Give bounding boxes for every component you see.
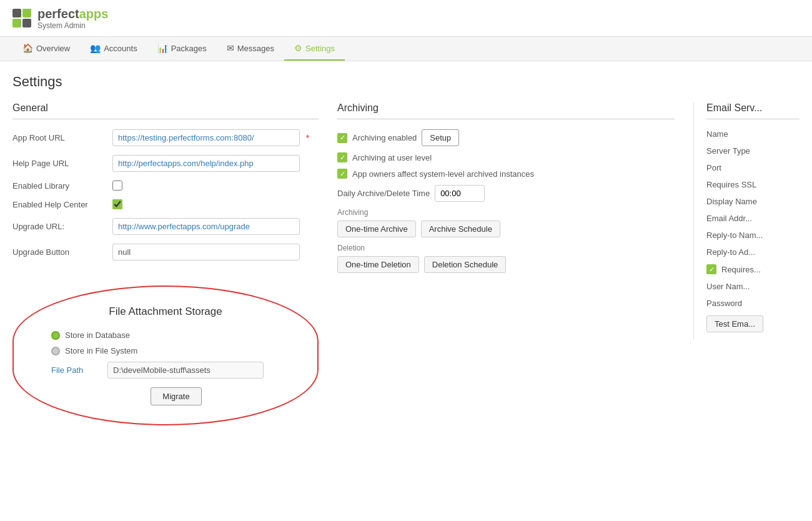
file-path-input[interactable] bbox=[107, 362, 264, 379]
email-row-requires: ✓ Requires... bbox=[706, 264, 800, 274]
store-db-label: Store in Database bbox=[65, 330, 130, 340]
page-content: Settings General App Root URL * Help Pag… bbox=[0, 61, 812, 438]
radio-store-fs[interactable] bbox=[51, 347, 60, 355]
nav-settings[interactable]: ⚙ Settings bbox=[284, 37, 345, 61]
logo-sq3 bbox=[12, 19, 21, 27]
email-field-display-name: Display Name bbox=[706, 197, 757, 206]
one-time-deletion-button[interactable]: One-time Deletion bbox=[337, 256, 419, 273]
form-row-help-url: Help Page URL bbox=[12, 155, 319, 172]
nav-overview[interactable]: 🏠 Overview bbox=[12, 37, 80, 61]
checkbox-enabled-library[interactable] bbox=[112, 181, 122, 191]
migrate-row: Migrate bbox=[51, 387, 301, 405]
form-row-upgrade-url: Upgrade URL: bbox=[12, 218, 319, 235]
email-field-server-type: Server Type bbox=[706, 146, 750, 156]
input-upgrade-url[interactable] bbox=[112, 218, 300, 235]
email-field-port: Port bbox=[706, 163, 721, 172]
file-storage-title: File Attachment Storage bbox=[51, 305, 280, 318]
daily-time-input[interactable] bbox=[435, 185, 485, 202]
daily-time-label: Daily Archive/Delete Time bbox=[337, 189, 430, 198]
file-storage-wrapper: File Attachment Storage Store in Databas… bbox=[12, 285, 319, 425]
label-upgrade-url: Upgrade URL: bbox=[12, 222, 106, 231]
email-field-email-addr: Email Addr... bbox=[706, 214, 752, 223]
label-help-url: Help Page URL bbox=[12, 159, 106, 168]
email-field-ssl: Requires SSL bbox=[706, 180, 756, 189]
nav-bar: 🏠 Overview 👥 Accounts 📊 Packages ✉ Messa… bbox=[0, 37, 812, 61]
settings-columns: General App Root URL * Help Page URL Ena… bbox=[12, 102, 800, 425]
radio-store-db[interactable] bbox=[51, 331, 60, 340]
logo-icon bbox=[12, 9, 31, 27]
nav-packages-label: Packages bbox=[171, 44, 207, 53]
email-row-password: Password bbox=[706, 299, 800, 308]
deletion-schedule-button[interactable]: Deletion Schedule bbox=[424, 256, 507, 273]
nav-settings-label: Settings bbox=[305, 44, 335, 53]
brand-perfect: perfect bbox=[37, 7, 79, 21]
migrate-button[interactable]: Migrate bbox=[151, 387, 201, 405]
packages-icon: 📊 bbox=[157, 43, 168, 53]
nav-accounts-label: Accounts bbox=[104, 44, 137, 53]
test-email-button[interactable]: Test Ema... bbox=[706, 315, 763, 332]
required-star: * bbox=[306, 133, 309, 142]
storage-row-fs: Store in File System bbox=[51, 346, 301, 355]
arch-row-enabled: ✓ Archiving enabled Setup bbox=[337, 129, 675, 146]
input-help-url[interactable] bbox=[112, 155, 300, 172]
brand-apps: apps bbox=[79, 7, 109, 21]
input-app-root-url[interactable] bbox=[112, 129, 300, 146]
archiving-app-owners-label: App owners affect system-level archived … bbox=[352, 169, 534, 179]
email-header: Email Serv... bbox=[706, 102, 800, 119]
logo-text: perfectapps System Admin bbox=[37, 6, 108, 30]
nav-messages-label: Messages bbox=[237, 44, 274, 53]
email-field-reply-addr: Reply-to Ad... bbox=[706, 247, 755, 257]
archiving-sublabel: Archiving bbox=[337, 208, 675, 217]
top-bar: perfectapps System Admin bbox=[0, 0, 812, 37]
email-row-server-type: Server Type bbox=[706, 146, 800, 156]
deletion-btn-group: One-time Deletion Deletion Schedule bbox=[337, 256, 675, 273]
email-row-reply-name: Reply-to Nam... bbox=[706, 231, 800, 240]
email-field-reply-name: Reply-to Nam... bbox=[706, 231, 763, 240]
arch-row-app-owners: ✓ App owners affect system-level archive… bbox=[337, 169, 675, 179]
email-field-name: Name bbox=[706, 129, 728, 139]
logo-sq2 bbox=[22, 9, 31, 17]
check-requires: ✓ bbox=[706, 264, 716, 274]
form-row-app-root-url: App Root URL * bbox=[12, 129, 319, 146]
email-row-name: Name bbox=[706, 129, 800, 139]
archiving-section: Archiving ✓ Archiving enabled Setup ✓ Ar… bbox=[337, 102, 693, 279]
general-section: General App Root URL * Help Page URL Ena… bbox=[12, 102, 337, 425]
check-user-level: ✓ bbox=[337, 152, 347, 162]
archive-schedule-button[interactable]: Archive Schedule bbox=[421, 221, 500, 237]
file-path-label: File Path bbox=[51, 365, 101, 375]
check-archiving-enabled: ✓ bbox=[337, 133, 347, 143]
deletion-sublabel: Deletion bbox=[337, 244, 675, 252]
email-row-port: Port bbox=[706, 163, 800, 172]
messages-icon: ✉ bbox=[227, 43, 234, 53]
store-fs-label: Store in File System bbox=[65, 346, 137, 355]
archive-btn-group: One-time Archive Archive Schedule bbox=[337, 221, 675, 237]
input-upgrade-btn[interactable] bbox=[112, 244, 300, 260]
form-row-enabled-help: Enabled Help Center bbox=[12, 199, 319, 209]
arch-row-daily-time: Daily Archive/Delete Time bbox=[337, 185, 675, 202]
page-title: Settings bbox=[12, 74, 800, 90]
storage-row-db: Store in Database bbox=[51, 330, 301, 340]
email-field-username: User Nam... bbox=[706, 282, 750, 291]
nav-messages[interactable]: ✉ Messages bbox=[217, 37, 284, 61]
home-icon: 🏠 bbox=[22, 43, 33, 53]
label-enabled-library: Enabled Library bbox=[12, 181, 106, 191]
setup-button[interactable]: Setup bbox=[422, 129, 459, 146]
nav-overview-label: Overview bbox=[36, 44, 70, 53]
logo-sq4 bbox=[22, 19, 31, 27]
archiving-header: Archiving bbox=[337, 102, 675, 119]
nav-packages[interactable]: 📊 Packages bbox=[147, 37, 217, 61]
nav-accounts[interactable]: 👥 Accounts bbox=[80, 37, 147, 61]
archiving-enabled-label: Archiving enabled bbox=[352, 133, 417, 142]
file-path-row: File Path bbox=[51, 362, 301, 379]
accounts-icon: 👥 bbox=[90, 43, 101, 53]
form-row-upgrade-btn: Upgrade Button bbox=[12, 244, 319, 260]
checkbox-enabled-help[interactable] bbox=[112, 199, 122, 209]
logo-area: perfectapps System Admin bbox=[12, 6, 108, 30]
logo-sq1 bbox=[12, 9, 21, 17]
email-field-requires: Requires... bbox=[721, 265, 761, 274]
email-section: Email Serv... Name Server Type Port Requ… bbox=[693, 102, 800, 340]
form-row-enabled-library: Enabled Library bbox=[12, 181, 319, 191]
settings-icon: ⚙ bbox=[294, 43, 302, 53]
label-app-root-url: App Root URL bbox=[12, 133, 106, 142]
one-time-archive-button[interactable]: One-time Archive bbox=[337, 221, 416, 237]
